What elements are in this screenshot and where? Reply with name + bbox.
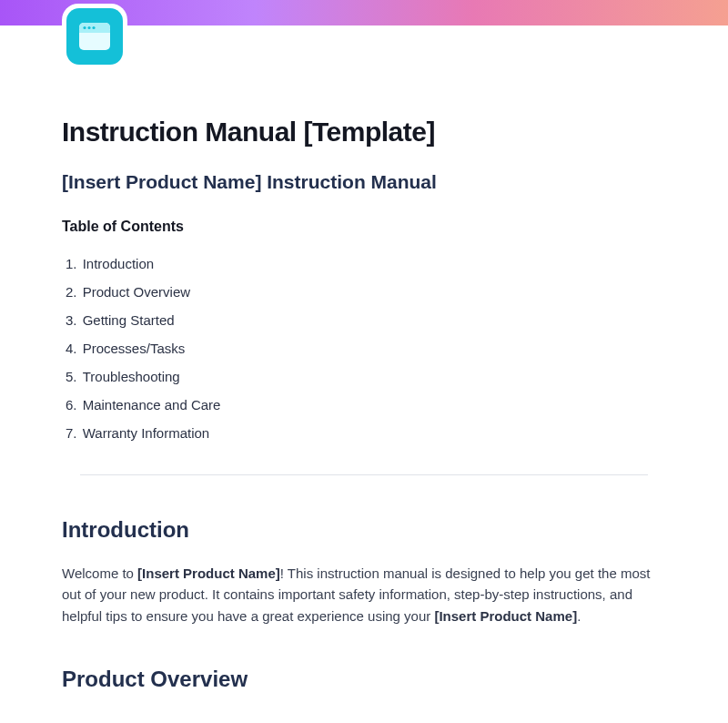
app-icon-container: [62, 4, 127, 69]
divider: [80, 474, 648, 475]
toc-item[interactable]: Troubleshooting: [62, 362, 666, 391]
page-title: Instruction Manual [Template]: [62, 117, 666, 148]
placeholder-bold: [Insert Product Name]: [137, 565, 280, 581]
svg-rect-2: [79, 30, 110, 33]
text-span: .: [577, 608, 581, 624]
toc-item[interactable]: Product Overview: [62, 278, 666, 306]
section-heading-introduction: Introduction: [62, 517, 666, 543]
text-span: Welcome to: [62, 565, 137, 581]
toc-item[interactable]: Getting Started: [62, 306, 666, 334]
app-window-icon: [66, 8, 123, 65]
toc-list: Introduction Product Overview Getting St…: [62, 249, 666, 447]
toc-item[interactable]: Processes/Tasks: [62, 334, 666, 362]
toc-item[interactable]: Warranty Information: [62, 419, 666, 447]
introduction-paragraph: Welcome to [Insert Product Name]! This i…: [62, 563, 666, 626]
document-content: Instruction Manual [Template] [Insert Pr…: [0, 25, 728, 723]
section-heading-product-overview: Product Overview: [62, 667, 666, 692]
toc-item[interactable]: Introduction: [62, 249, 666, 278]
svg-point-5: [92, 26, 95, 29]
svg-point-3: [83, 26, 86, 29]
toc-item[interactable]: Maintenance and Care: [62, 391, 666, 419]
placeholder-bold: [Insert Product Name]: [434, 608, 577, 624]
svg-point-4: [87, 26, 90, 29]
subtitle: [Insert Product Name] Instruction Manual: [62, 171, 666, 193]
toc-heading: Table of Contents: [62, 219, 666, 235]
